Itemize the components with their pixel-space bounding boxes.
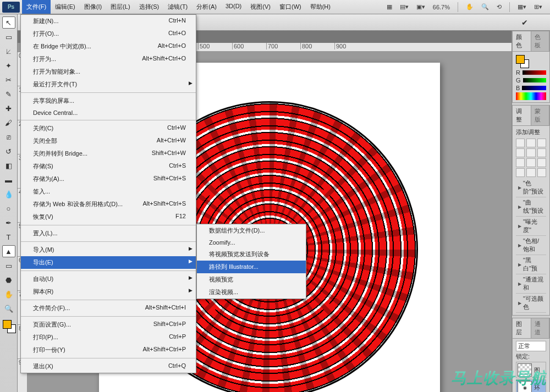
adj-channel-mixer-icon[interactable] bbox=[537, 158, 546, 167]
stamp-tool[interactable]: ⎚ bbox=[2, 131, 15, 143]
file-menu-item[interactable]: 置入(L)... bbox=[21, 227, 196, 240]
adj-invert-icon[interactable] bbox=[516, 168, 525, 177]
pen-tool[interactable]: ✒ bbox=[2, 217, 15, 229]
type-tool[interactable]: T bbox=[2, 231, 15, 243]
preset-item[interactable]: ▶"色阶"预设 bbox=[516, 178, 546, 197]
tab-adjust[interactable]: 调整 bbox=[513, 106, 531, 125]
slider-r[interactable] bbox=[522, 70, 546, 75]
file-menu-item[interactable]: 打印(P)...Ctrl+P bbox=[21, 331, 196, 344]
menu-4[interactable]: 选择(S) bbox=[135, 0, 164, 14]
adj-exposure-icon[interactable] bbox=[516, 148, 525, 157]
file-menu-item[interactable]: 打开为...Alt+Shift+Ctrl+O bbox=[21, 53, 196, 65]
lasso-tool[interactable]: ⟀ bbox=[2, 45, 15, 57]
history-brush-tool[interactable]: ↺ bbox=[2, 145, 15, 157]
blend-mode[interactable]: 正常 bbox=[516, 341, 546, 351]
export-submenu-item[interactable]: 视频预览 bbox=[197, 273, 306, 286]
preset-item[interactable]: ▶"色相/饱和 bbox=[516, 236, 546, 255]
export-submenu-item[interactable]: 将视频预览发送到设备 bbox=[197, 248, 306, 261]
file-menu-item[interactable]: 退出(X)Ctrl+Q bbox=[21, 360, 196, 373]
commit-icon[interactable]: ✔ bbox=[521, 18, 528, 27]
menu-3[interactable]: 图层(L) bbox=[106, 0, 134, 14]
crop-tool[interactable]: ✂ bbox=[2, 74, 15, 86]
adj-levels-icon[interactable] bbox=[526, 139, 535, 147]
file-menu-item[interactable]: 文件简介(F)...Alt+Shift+Ctrl+I bbox=[21, 302, 196, 314]
export-submenu-item[interactable]: 路径到 Illustrator... bbox=[197, 261, 306, 273]
file-menu-item[interactable]: 恢复(V)F12 bbox=[21, 211, 196, 223]
color-swatches[interactable] bbox=[2, 319, 16, 333]
preset-item[interactable]: ▶"通道混和 bbox=[516, 274, 546, 294]
tab-channels[interactable]: 通道 bbox=[531, 318, 550, 338]
layer-row[interactable]: ◉环 bbox=[516, 379, 546, 392]
file-menu-item[interactable]: 脚本(R)▶ bbox=[21, 285, 196, 298]
adj-curves-icon[interactable] bbox=[537, 139, 546, 147]
adj-photo-filter-icon[interactable] bbox=[526, 158, 535, 167]
file-menu-item[interactable]: 打开(O)...Ctrl+O bbox=[21, 27, 196, 40]
preset-item[interactable]: ▶"可选颜色 bbox=[516, 294, 546, 313]
export-submenu-item[interactable]: 渲染视频... bbox=[197, 286, 306, 299]
file-menu-item[interactable]: 存储(S)Ctrl+S bbox=[21, 160, 196, 173]
zoom-tool[interactable]: 🔍 bbox=[2, 302, 15, 314]
quick-select-tool[interactable]: ✦ bbox=[2, 59, 15, 71]
file-menu-item[interactable]: 打开为智能对象... bbox=[21, 65, 196, 78]
marquee-tool[interactable]: ▭ bbox=[2, 31, 15, 43]
file-menu-item[interactable]: 最近打开文件(T)▶ bbox=[21, 78, 196, 91]
menu-0[interactable]: 文件(F) bbox=[22, 0, 51, 14]
file-menu-item[interactable]: 签入... bbox=[21, 185, 196, 198]
tab-layers[interactable]: 图层 bbox=[513, 318, 531, 338]
3d-tool[interactable]: ⬣ bbox=[2, 274, 15, 286]
file-menu-item[interactable]: 关闭并转到 Bridge...Shift+Ctrl+W bbox=[21, 147, 196, 160]
menu-2[interactable]: 图像(I) bbox=[80, 0, 106, 14]
hand-icon[interactable]: ✋ bbox=[464, 2, 476, 12]
file-menu-item[interactable]: 导出(E)▶ bbox=[21, 256, 196, 269]
dodge-tool[interactable]: ○ bbox=[2, 202, 15, 214]
launch-bridge-icon[interactable]: ▦ bbox=[384, 2, 394, 12]
tab-color[interactable]: 颜色 bbox=[513, 31, 531, 51]
file-menu-item[interactable]: 关闭(C)Ctrl+W bbox=[21, 122, 196, 135]
arrange-docs-icon[interactable]: ▤▾ bbox=[398, 2, 411, 12]
tab-mask[interactable]: 蒙版 bbox=[531, 106, 550, 125]
gradient-tool[interactable]: ▬ bbox=[2, 174, 15, 186]
file-menu-item[interactable]: 在 Bridge 中浏览(B)...Alt+Ctrl+O bbox=[21, 40, 196, 53]
blur-tool[interactable]: 💧 bbox=[2, 188, 15, 200]
layer-row[interactable]: 图 bbox=[516, 362, 546, 378]
preset-item[interactable]: ▶"黑白"预 bbox=[516, 255, 546, 274]
file-menu-item[interactable]: 导入(M)▶ bbox=[21, 244, 196, 256]
menu-1[interactable]: 编辑(E) bbox=[51, 0, 80, 14]
hand-tool[interactable]: ✋ bbox=[2, 288, 15, 300]
path-select-tool[interactable]: ▲ bbox=[2, 245, 15, 257]
guides-icon[interactable]: ⊞▾ bbox=[532, 2, 544, 12]
eraser-tool[interactable]: ◧ bbox=[2, 159, 15, 172]
file-menu-item[interactable]: 共享我的屏幕... bbox=[21, 95, 196, 107]
adj-vibrance-icon[interactable] bbox=[526, 148, 535, 157]
menu-6[interactable]: 分析(A) bbox=[192, 0, 221, 14]
brush-tool[interactable]: 🖌 bbox=[2, 117, 15, 129]
file-menu-item[interactable]: 打印一份(Y)Alt+Shift+Ctrl+P bbox=[21, 344, 196, 356]
file-menu-item[interactable]: 新建(N)...Ctrl+N bbox=[21, 15, 196, 27]
rotate-view-icon[interactable]: ⟲ bbox=[494, 2, 504, 12]
export-submenu-item[interactable]: Zoomify... bbox=[197, 237, 306, 248]
shape-tool[interactable]: ▭ bbox=[2, 260, 15, 272]
move-tool[interactable]: ↖ bbox=[2, 16, 15, 29]
preset-item[interactable]: ▶"曲线"预设 bbox=[516, 197, 546, 217]
adj-threshold-icon[interactable] bbox=[537, 168, 546, 177]
color-spectrum[interactable] bbox=[516, 92, 546, 100]
eyedropper-tool[interactable]: ✎ bbox=[2, 88, 15, 100]
healing-tool[interactable]: ✚ bbox=[2, 102, 15, 114]
adj-brightness-icon[interactable] bbox=[516, 139, 525, 147]
file-menu-item[interactable]: 页面设置(G)...Shift+Ctrl+P bbox=[21, 318, 196, 331]
menu-10[interactable]: 帮助(H) bbox=[306, 0, 335, 14]
extras-icon[interactable]: ▦▾ bbox=[515, 2, 529, 12]
menu-9[interactable]: 窗口(W) bbox=[275, 0, 306, 14]
preset-item[interactable]: ▶"曝光度" bbox=[516, 217, 546, 236]
adj-posterize-icon[interactable] bbox=[526, 168, 535, 177]
tab-swatches[interactable]: 色板 bbox=[531, 31, 550, 51]
zoom-level[interactable]: 66.7% bbox=[431, 3, 452, 12]
slider-g[interactable] bbox=[523, 78, 546, 82]
file-menu-item[interactable]: 自动(U)▶ bbox=[21, 273, 196, 285]
zoom-icon[interactable]: 🔍 bbox=[479, 2, 491, 12]
file-menu-item[interactable]: 关闭全部Alt+Ctrl+W bbox=[21, 135, 196, 147]
adj-bw-icon[interactable] bbox=[516, 158, 525, 167]
adj-hue-icon[interactable] bbox=[537, 148, 546, 157]
menu-7[interactable]: 3D(D) bbox=[221, 0, 246, 14]
file-menu-item[interactable]: 存储为(A)...Shift+Ctrl+S bbox=[21, 173, 196, 185]
